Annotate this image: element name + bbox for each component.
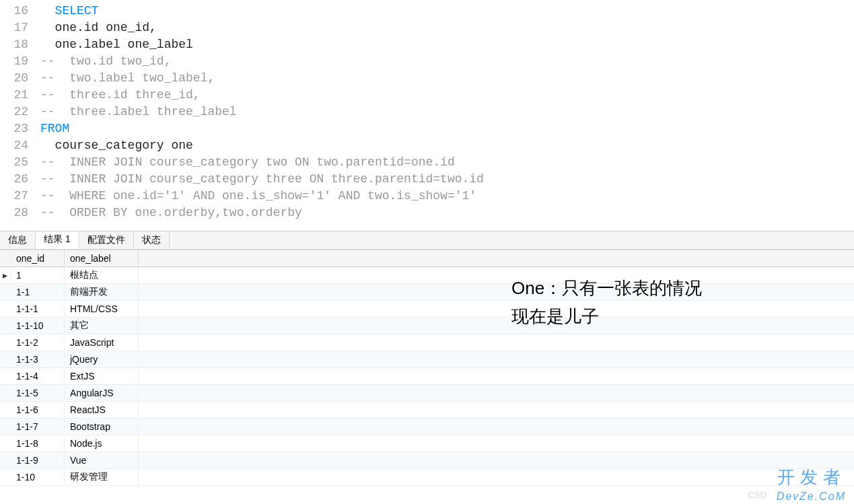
cell-one-label[interactable]: ReactJS (65, 402, 139, 417)
cell-one-label[interactable]: AngularJS (65, 386, 139, 400)
code-line[interactable]: 21-- three.id three_id, (0, 87, 854, 104)
cell-one-label[interactable]: 其它 (65, 318, 139, 334)
code-line[interactable]: 16 SELECT (0, 3, 854, 20)
line-number: 25 (0, 154, 40, 171)
grid-header: one_id one_label (0, 250, 854, 267)
code-content[interactable]: -- two.id two_id, (40, 53, 171, 70)
code-content[interactable]: one.label one_label (40, 36, 193, 53)
column-header-one-id[interactable]: one_id (11, 250, 65, 266)
table-row[interactable]: 1-1-2JavaScript (0, 334, 854, 351)
cell-one-id[interactable]: 1-1-8 (11, 436, 65, 451)
code-line[interactable]: 20-- two.label two_label, (0, 70, 854, 87)
table-row[interactable]: 1-1-4ExtJS (0, 368, 854, 385)
code-content[interactable]: course_category one (40, 137, 193, 154)
table-row[interactable]: 1-1-9Vue (0, 452, 854, 469)
column-header-one-label[interactable]: one_label (65, 250, 139, 266)
table-row[interactable]: 1-1-1HTML/CSS (0, 301, 854, 318)
line-number: 26 (0, 171, 40, 188)
code-line[interactable]: 19-- two.id two_id, (0, 53, 854, 70)
line-number: 28 (0, 205, 40, 221)
cell-one-id[interactable]: 1-1-5 (11, 386, 65, 400)
code-content[interactable]: -- three.label three_label (40, 104, 237, 120)
line-number: 27 (0, 188, 40, 205)
annotation-line-1: One：只有一张表的情况 (511, 275, 702, 303)
line-number: 18 (0, 36, 40, 53)
line-number: 16 (0, 3, 40, 20)
results-grid[interactable]: one_id one_label ▸1根结点1-1前端开发1-1-1HTML/C… (0, 250, 854, 486)
cell-one-id[interactable]: 1-1 (11, 285, 65, 299)
cell-one-label[interactable]: 前端开发 (65, 284, 139, 300)
cell-one-id[interactable]: 1-1-1 (11, 301, 65, 316)
code-line[interactable]: 28-- ORDER BY one.orderby,two.orderby (0, 205, 854, 221)
code-line[interactable]: 22-- three.label three_label (0, 104, 854, 120)
cell-one-id[interactable]: 1 (11, 268, 65, 283)
annotation-text: One：只有一张表的情况 现在是儿子 (511, 275, 702, 330)
code-content[interactable]: one.id one_id, (40, 20, 157, 36)
row-marker: ▸ (0, 270, 11, 281)
line-number: 21 (0, 87, 40, 104)
line-number: 19 (0, 53, 40, 70)
cell-one-label[interactable]: JavaScript (65, 335, 139, 350)
code-line[interactable]: 26-- INNER JOIN course_category three ON… (0, 171, 854, 188)
tab-状态[interactable]: 状态 (134, 231, 170, 249)
cell-one-id[interactable]: 1-1-6 (11, 402, 65, 417)
cell-one-label[interactable]: ExtJS (65, 369, 139, 384)
cell-one-label[interactable]: Vue (65, 453, 139, 468)
cell-one-id[interactable]: 1-1-2 (11, 335, 65, 350)
cell-one-id[interactable]: 1-1-7 (11, 419, 65, 434)
cell-one-id[interactable]: 1-1-3 (11, 352, 65, 367)
line-number: 22 (0, 104, 40, 120)
results-tabs: 信息结果 1配置文件状态 (0, 231, 854, 250)
code-content[interactable]: -- two.label two_label, (40, 70, 215, 87)
cell-one-label[interactable]: 研发管理 (65, 469, 139, 485)
code-content[interactable]: -- INNER JOIN course_category three ON t… (40, 171, 484, 188)
cell-one-id[interactable]: 1-1-10 (11, 318, 65, 333)
table-row[interactable]: 1-1-3jQuery (0, 351, 854, 368)
code-line[interactable]: 25-- INNER JOIN course_category two ON t… (0, 154, 854, 171)
cell-one-label[interactable]: Node.js (65, 436, 139, 451)
row-marker-header (0, 250, 11, 266)
watermark-en: DevZe.CoM (777, 491, 846, 503)
code-content[interactable]: -- WHERE one.id='1' AND one.is_show='1' … (40, 188, 476, 205)
tab-信息[interactable]: 信息 (0, 231, 36, 249)
line-number: 20 (0, 70, 40, 87)
table-row[interactable]: 1-1-6ReactJS (0, 402, 854, 419)
tab-配置文件[interactable]: 配置文件 (79, 231, 134, 249)
code-content[interactable]: -- three.id three_id, (40, 87, 201, 104)
code-line[interactable]: 18 one.label one_label (0, 36, 854, 53)
code-content[interactable]: -- INNER JOIN course_category two ON two… (40, 154, 455, 171)
cell-one-label[interactable]: HTML/CSS (65, 301, 139, 316)
line-number: 24 (0, 137, 40, 154)
watermark-cn: 开发者 (777, 466, 846, 489)
table-row[interactable]: 1-1-7Bootstrap (0, 419, 854, 435)
code-editor[interactable]: 16 SELECT17 one.id one_id,18 one.label o… (0, 0, 854, 224)
tab-结果 1[interactable]: 结果 1 (36, 231, 79, 249)
code-line[interactable]: 24 course_category one (0, 137, 854, 154)
table-row[interactable]: 1-1-5AngularJS (0, 385, 854, 402)
table-row[interactable]: 1-1前端开发 (0, 284, 854, 301)
cell-one-label[interactable]: Bootstrap (65, 419, 139, 434)
code-content[interactable]: FROM (40, 120, 69, 137)
table-row[interactable]: 1-1-10其它 (0, 318, 854, 334)
line-number: 17 (0, 20, 40, 36)
code-line[interactable]: 27-- WHERE one.id='1' AND one.is_show='1… (0, 188, 854, 205)
code-line[interactable]: 23FROM (0, 120, 854, 137)
annotation-line-2: 现在是儿子 (511, 303, 702, 331)
line-number: 23 (0, 120, 40, 137)
code-content[interactable]: SELECT (40, 3, 98, 20)
cell-one-id[interactable]: 1-1-4 (11, 369, 65, 384)
watermark-csdn: CSD (748, 490, 767, 500)
table-row[interactable]: 1-10研发管理 (0, 469, 854, 486)
table-row[interactable]: 1-1-8Node.js (0, 435, 854, 452)
table-row[interactable]: ▸1根结点 (0, 267, 854, 284)
code-line[interactable]: 17 one.id one_id, (0, 20, 854, 36)
cell-one-label[interactable]: jQuery (65, 352, 139, 367)
cell-one-id[interactable]: 1-1-9 (11, 453, 65, 468)
cell-one-label[interactable]: 根结点 (65, 267, 139, 283)
cell-one-id[interactable]: 1-10 (11, 470, 65, 484)
code-content[interactable]: -- ORDER BY one.orderby,two.orderby (40, 205, 302, 221)
